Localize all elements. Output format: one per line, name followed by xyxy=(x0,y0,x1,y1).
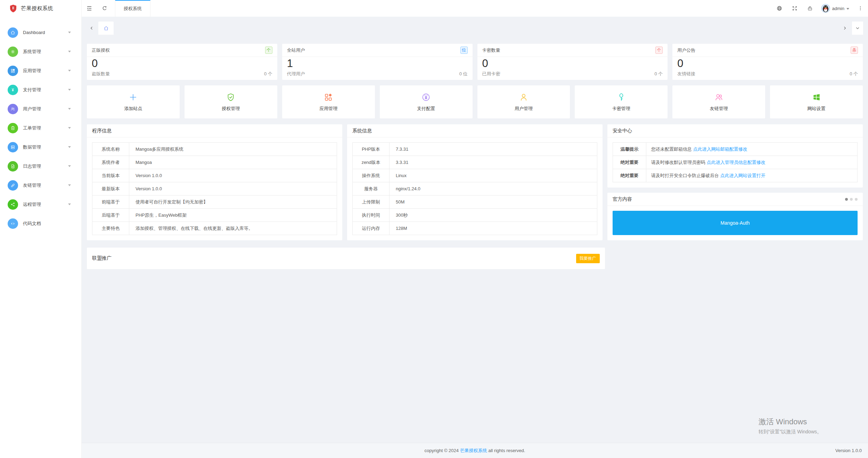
caret-down-icon xyxy=(846,8,849,10)
sidebar-item-label: 支付管理 xyxy=(23,87,68,93)
user-menu[interactable]: admin xyxy=(818,0,853,17)
app-title: 芒果授权系统 xyxy=(21,5,53,12)
quick-action-key-manage[interactable]: 卡密管理 xyxy=(575,85,668,118)
stat-sub-label: 盗版数量 xyxy=(92,71,110,77)
globe-icon[interactable] xyxy=(772,0,787,17)
more-vertical-icon[interactable] xyxy=(853,0,868,17)
promo-title: 联盟推广 xyxy=(92,255,112,261)
quick-action-label: 授权管理 xyxy=(222,106,240,112)
dashboard-content: 正版授权 个 0 盗版数量 0 个 全站用户 位 xyxy=(82,35,868,443)
tabs-scroll-left-icon[interactable] xyxy=(87,22,97,35)
security-text: 请及时修改默认管理员密码 xyxy=(651,160,705,165)
topbar-tab-auth-system[interactable]: 授权系统 xyxy=(115,0,150,17)
topbar-tab-label: 授权系统 xyxy=(124,6,142,12)
unit-badge: 个 xyxy=(265,47,272,54)
table-row: 后端基于PHP原生，EasyWeb框架 xyxy=(92,209,337,222)
sidebar-item-links[interactable]: 友链管理 xyxy=(0,176,81,195)
yen-icon xyxy=(8,85,18,95)
table-row: 操作系统Linux xyxy=(353,169,597,182)
stat-title: 卡密数量 xyxy=(482,47,500,53)
code-icon xyxy=(8,218,18,229)
sidebar-item-users[interactable]: 用户管理 xyxy=(0,99,81,118)
sidebar: 芒果授权系统 Dashboard 系统管理 xyxy=(0,0,82,458)
table-row: 执行时间300秒 xyxy=(353,209,597,222)
sidebar-item-tickets[interactable]: 工单管理 xyxy=(0,118,81,138)
sidebar-item-logs[interactable]: 日志管理 xyxy=(0,157,81,176)
sidebar-item-data[interactable]: 数据管理 xyxy=(0,138,81,157)
security-link[interactable]: 点此进入网站邮箱配置修改 xyxy=(693,147,747,152)
topbar: 授权系统 xyxy=(82,0,868,17)
chevron-down-icon xyxy=(68,32,71,33)
alliance-promo-panel: 联盟推广 我要推广 xyxy=(87,248,605,269)
table-row: 前端基于使用者可自行开发定制【均无加密】 xyxy=(92,195,337,209)
sidebar-toggle-icon[interactable] xyxy=(82,0,97,17)
quick-action-links-manage[interactable]: 友链管理 xyxy=(672,85,765,118)
chevron-down-icon xyxy=(68,184,71,186)
quick-action-pay-config[interactable]: 支付配置 xyxy=(380,85,473,118)
home-tab[interactable] xyxy=(98,22,114,35)
username: admin xyxy=(832,6,844,11)
clipboard-icon xyxy=(8,123,18,133)
copyright: copyright © 2024 芒果授权系统 all rights reser… xyxy=(82,448,868,454)
system-info-panel: 系统信息 PHP版本7.3.31 zend版本3.3.31 操作系统Linux … xyxy=(347,124,603,240)
quick-action-label: 卡密管理 xyxy=(612,106,630,112)
table-row: 服务器nginx/1.24.0 xyxy=(353,182,597,195)
sidebar-item-label: 数据管理 xyxy=(23,144,68,150)
tabs-dropdown-icon[interactable] xyxy=(852,22,863,35)
quick-action-app-manage[interactable]: 应用管理 xyxy=(282,85,375,118)
refresh-icon[interactable] xyxy=(97,0,112,17)
sidebar-item-apps[interactable]: 应用管理 xyxy=(0,61,81,80)
carousel-dot[interactable] xyxy=(850,198,853,201)
gear-icon xyxy=(8,47,18,57)
sidebar-item-label: 应用管理 xyxy=(23,68,68,74)
table-row: 主要特色添加授权、管理授权、在线下载、在线更新、盗版入库等。 xyxy=(92,222,337,235)
yen-circle-icon xyxy=(421,92,431,102)
stat-card-card-keys: 卡密数量 个 0 已用卡密 0 个 xyxy=(477,44,668,80)
official-content-panel: 官方内容 Mangoa-Auth xyxy=(607,193,863,240)
stat-sub-value: 0 个 xyxy=(654,71,663,77)
tabs-scroll-right-icon[interactable] xyxy=(840,22,850,35)
quick-action-site-settings[interactable]: 网站设置 xyxy=(770,85,863,118)
carousel-dot[interactable] xyxy=(855,198,858,201)
quick-action-label: 友链管理 xyxy=(710,106,728,112)
table-row: 最新版本Version 1.0.0 xyxy=(92,182,337,195)
chevron-down-icon xyxy=(68,51,71,52)
system-info-table: PHP版本7.3.31 zend版本3.3.31 操作系统Linux 服务器ng… xyxy=(352,142,597,235)
quick-action-user-manage[interactable]: 用户管理 xyxy=(477,85,570,118)
security-link[interactable]: 点此进入管理员信息配置修改 xyxy=(707,160,765,165)
table-row: 当前版本Version 1.0.0 xyxy=(92,169,337,182)
unit-badge: 条 xyxy=(851,47,858,54)
quick-action-add-site[interactable]: 添加站点 xyxy=(87,85,180,118)
panel-title: 程序信息 xyxy=(92,128,112,134)
security-text: 请及时打开安全口令防止爆破后台 xyxy=(651,173,719,178)
stat-value: 1 xyxy=(287,58,468,69)
sidebar-item-label: 远程管理 xyxy=(23,201,68,208)
main-area: 授权系统 xyxy=(82,0,868,458)
carousel-dot[interactable] xyxy=(845,198,848,201)
quick-action-auth-manage[interactable]: 授权管理 xyxy=(185,85,277,118)
sidebar-item-payment[interactable]: 支付管理 xyxy=(0,80,81,99)
promote-button[interactable]: 我要推广 xyxy=(576,254,600,263)
people-icon xyxy=(714,92,724,102)
chevron-down-icon xyxy=(68,146,71,148)
sidebar-item-dashboard[interactable]: Dashboard xyxy=(0,23,81,42)
official-banner[interactable]: Mangoa-Auth xyxy=(613,211,858,235)
quick-action-label: 应用管理 xyxy=(319,106,337,112)
brand-link[interactable]: 芒果授权系统 xyxy=(460,448,487,453)
quick-action-label: 网站设置 xyxy=(808,106,826,112)
stat-card-genuine-auth: 正版授权 个 0 盗版数量 0 个 xyxy=(87,44,277,80)
panel-title: 官方内容 xyxy=(613,196,632,202)
logo[interactable]: 芒果授权系统 xyxy=(0,0,81,17)
table-row: zend版本3.3.31 xyxy=(353,156,597,169)
sidebar-item-system[interactable]: 系统管理 xyxy=(0,42,81,61)
table-row: 绝对重要 请及时修改默认管理员密码 点此进入管理员信息配置修改 xyxy=(613,156,858,169)
security-link[interactable]: 点此进入网站设置打开 xyxy=(720,173,765,178)
tab-strip xyxy=(82,17,868,35)
fullscreen-icon[interactable] xyxy=(787,0,802,17)
sidebar-item-label: 代码文档 xyxy=(23,220,75,227)
table-row: 绝对重要 请及时打开安全口令防止爆破后台 点此进入网站设置打开 xyxy=(613,169,858,182)
sidebar-item-remote[interactable]: 远程管理 xyxy=(0,195,81,214)
stat-cards: 正版授权 个 0 盗版数量 0 个 全站用户 位 xyxy=(87,44,863,80)
sidebar-item-docs[interactable]: 代码文档 xyxy=(0,214,81,233)
lock-icon[interactable] xyxy=(802,0,818,17)
